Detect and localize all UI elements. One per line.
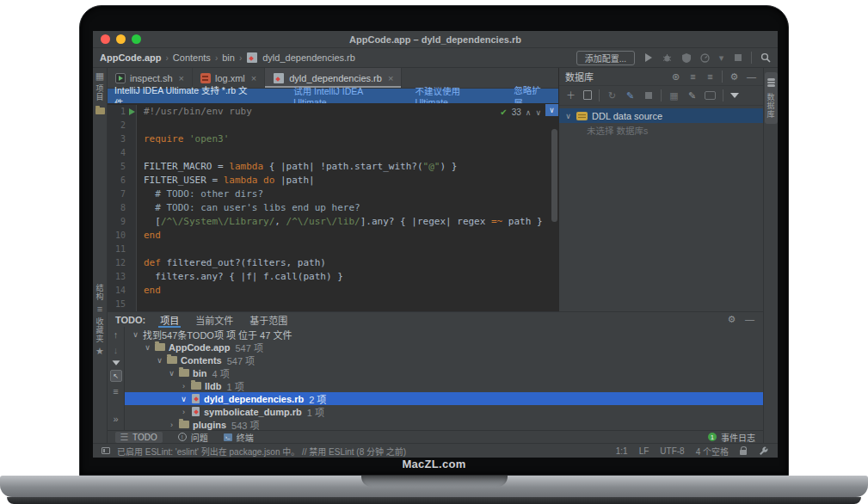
folder-icon (179, 369, 189, 377)
ddl-chevron-icon[interactable]: ∨ (564, 112, 572, 120)
project-files-icon[interactable] (95, 108, 105, 114)
todo-tree-row[interactable]: ∨dyld_dependencies.rb2 项 (125, 392, 763, 405)
tool-window-toggle-icon[interactable] (102, 447, 110, 454)
next-problem-icon[interactable]: ∨ (535, 106, 541, 120)
tool-button-favorites[interactable]: 收藏夹 (95, 317, 106, 343)
close-window-button[interactable] (101, 34, 110, 44)
todo-tree-row[interactable]: ›lldb1 项 (125, 379, 763, 392)
database-tree-row-ddl[interactable]: ∨ DDL data source (559, 108, 763, 123)
profiler-icon[interactable] (699, 52, 711, 64)
tree-chevron-icon[interactable]: › (180, 382, 188, 390)
breadcrumb-item[interactable]: bin (222, 52, 235, 63)
tool-button-todo[interactable]: ☰ TODO (115, 432, 163, 443)
profiler-dropdown-icon[interactable]: ▾ (718, 52, 724, 64)
tool-button-database[interactable]: 数据库 (765, 72, 778, 124)
db-toolbar-divider-1 (599, 89, 600, 101)
indent-setting[interactable]: 4 个空格 (696, 445, 729, 458)
todo-tree-row[interactable]: ›symbolicate_dump.rb1 项 (125, 405, 763, 418)
caret-position[interactable]: 1:1 (616, 446, 628, 456)
breadcrumb-item[interactable]: Contents (173, 52, 211, 63)
todo-tree-row[interactable]: ∨bin4 项 (125, 366, 763, 379)
database-settings-gear-icon[interactable]: ⚙ (729, 71, 740, 83)
close-tab-icon[interactable]: × (251, 73, 256, 83)
expand-all-icon[interactable]: ≡ (705, 71, 716, 83)
table-icon[interactable]: ▦ (668, 90, 680, 101)
editor-scrollbar[interactable] (551, 129, 557, 222)
todo-tab-project[interactable]: 项目 (158, 312, 181, 328)
tree-chevron-icon[interactable]: ∨ (144, 343, 151, 352)
code-editor[interactable]: 123456789101112131415 #!/usr/bin/env rub… (108, 103, 558, 311)
collapse-all-icon[interactable]: ≡ (687, 71, 699, 83)
inspection-count: 33 (512, 106, 521, 120)
structure-icon[interactable]: ≡ (95, 304, 106, 315)
file-encoding[interactable]: UTF-8 (660, 446, 684, 456)
todo-hide-icon[interactable]: — (744, 314, 755, 325)
todo-tab-scope[interactable]: 基于范围 (248, 312, 289, 328)
favorites-star-icon[interactable]: ★ (95, 346, 106, 357)
hide-panel-icon[interactable]: — (746, 71, 757, 83)
todo-tab-current-file[interactable]: 当前文件 (194, 312, 235, 328)
run-icon[interactable] (643, 52, 654, 64)
close-tab-icon[interactable]: × (388, 73, 393, 83)
datasource-properties-icon[interactable]: ✎ (625, 90, 636, 101)
ddl-datasource-icon (576, 112, 588, 120)
previous-todo-icon[interactable]: ↑ (110, 329, 121, 341)
edit-console-icon[interactable]: ✎ (686, 90, 698, 101)
ddl-mapping-icon[interactable] (705, 91, 716, 100)
tree-chevron-icon[interactable]: ∨ (156, 356, 163, 365)
tool-button-terminal[interactable]: ›_ 终端 (224, 431, 254, 444)
project-grid-icon[interactable]: ▦ (95, 71, 106, 82)
run-line-icon[interactable] (129, 108, 135, 115)
line-number: 7 (108, 187, 136, 201)
notification-expand-button[interactable]: ∨ (545, 104, 558, 116)
no-datasource-icon[interactable]: ⊛ (670, 71, 681, 83)
status-message[interactable]: 已启用 ESLint: 'eslint' 列出在 package.json 中。… (117, 445, 406, 458)
inspection-widget[interactable]: ✔ 33 ∧ ∨ (500, 106, 541, 120)
tool-button-problems-label: 问题 (191, 431, 208, 444)
search-everywhere-icon[interactable] (760, 52, 771, 64)
prev-problem-icon[interactable]: ∧ (526, 106, 532, 120)
ruby-file-icon (274, 73, 284, 83)
filter-datasource-icon[interactable] (730, 93, 739, 98)
todo-tree-row[interactable]: ∨找到547条TODO项 项 位于 47 文件 (125, 328, 763, 341)
breadcrumb-separator-icon: › (166, 53, 169, 63)
debug-icon[interactable] (662, 52, 673, 64)
minimize-window-button[interactable] (116, 34, 126, 44)
tree-chevron-icon[interactable]: › (180, 408, 188, 416)
breadcrumb-item[interactable]: dyld_dependencies.rb (262, 52, 355, 63)
tree-chevron-icon[interactable]: › (168, 421, 175, 429)
code-token: /^\/System\/Library/ (161, 216, 274, 227)
db-stop-icon[interactable] (643, 90, 654, 101)
tree-chevron-icon[interactable]: ∨ (180, 395, 188, 403)
next-todo-icon[interactable]: ↓ (110, 345, 121, 356)
tree-chevron-icon[interactable]: ∨ (168, 369, 175, 378)
laptop-base-notch (361, 476, 508, 487)
todo-settings-gear-icon[interactable]: ⚙ (726, 314, 737, 325)
tool-button-problems[interactable]: ! 问题 (178, 431, 208, 444)
line-number: 13 (108, 270, 136, 284)
database-panel-header: 数据库 ⊛ ≡ ≡ ⚙ — (559, 68, 763, 86)
zoom-window-button[interactable] (132, 34, 141, 44)
todo-collapse-all-icon[interactable]: ≡ (110, 386, 121, 397)
add-configuration-button[interactable]: 添加配置... (576, 51, 635, 65)
coverage-icon[interactable] (680, 52, 692, 64)
hide-stripe-icon[interactable]: » (110, 414, 121, 425)
line-ending[interactable]: LF (639, 446, 649, 456)
todo-tree-row[interactable]: ∨AppCode.app547 项 (125, 341, 763, 353)
tree-chevron-icon[interactable]: ∨ (132, 330, 139, 339)
breadcrumb-item[interactable]: AppCode.app (100, 52, 162, 63)
readonly-lock-icon[interactable] (740, 450, 747, 455)
duplicate-icon[interactable] (585, 92, 592, 100)
tool-button-structure[interactable]: 结构 (95, 284, 106, 301)
refresh-icon[interactable]: ↻ (606, 90, 618, 101)
add-datasource-icon[interactable]: ＋ (565, 90, 576, 101)
close-tab-icon[interactable]: × (179, 73, 184, 83)
stop-icon[interactable] (732, 52, 743, 64)
wrench-icon[interactable] (758, 446, 769, 457)
todo-tree-row[interactable]: ∨Contents547 项 (125, 353, 763, 366)
todo-filter-icon[interactable] (112, 360, 120, 365)
tool-button-project[interactable]: 项目 (95, 84, 106, 101)
todo-tree-row[interactable]: ›plugins543 项 (125, 418, 763, 431)
autoscroll-to-source-icon[interactable]: ↖ (110, 370, 122, 382)
event-log-button[interactable]: 1 事件日志 (708, 431, 755, 444)
